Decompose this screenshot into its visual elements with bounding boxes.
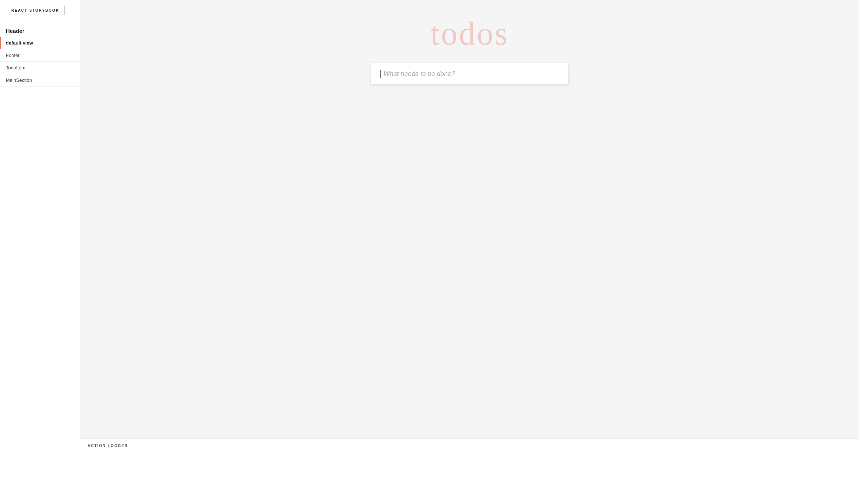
- sidebar-item-main-section[interactable]: MainSection: [0, 74, 80, 87]
- sidebar-item-default-view[interactable]: default view: [0, 37, 80, 49]
- sidebar: REACT STORYBOOK Header default view Foot…: [0, 0, 80, 504]
- todos-title: todos: [430, 15, 509, 52]
- action-logger: ACTION LOGGER: [80, 438, 859, 504]
- text-cursor: [380, 70, 381, 78]
- preview-pane: todos What needs to be done?: [80, 0, 859, 438]
- logo-button[interactable]: REACT STORYBOOK: [6, 6, 65, 15]
- todo-input-placeholder[interactable]: What needs to be done?: [383, 70, 455, 78]
- action-logger-body: [88, 451, 852, 473]
- main-area: todos What needs to be done? ACTION LOGG…: [80, 0, 859, 504]
- sidebar-item-footer[interactable]: Footer: [0, 49, 80, 62]
- todo-input-wrapper: What needs to be done?: [371, 63, 568, 84]
- action-logger-title: ACTION LOGGER: [88, 444, 852, 448]
- sidebar-section-header: Header: [0, 21, 80, 37]
- sidebar-logo-area: REACT STORYBOOK: [0, 0, 80, 21]
- sidebar-item-todo-item[interactable]: TodoItem: [0, 62, 80, 74]
